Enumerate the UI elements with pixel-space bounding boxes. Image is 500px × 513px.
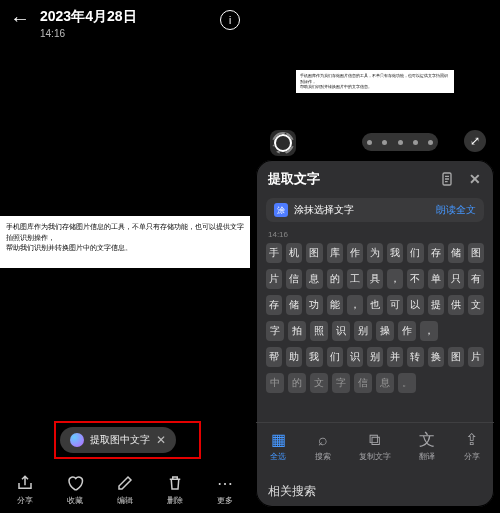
close-panel-icon[interactable]: ✕ <box>466 170 484 188</box>
more-button[interactable]: ⋯ 更多 <box>216 474 234 506</box>
char-cell[interactable]: 拍 <box>288 321 306 341</box>
tab-share[interactable]: ⇪ 分享 <box>464 432 480 462</box>
char-cell[interactable]: 提 <box>428 295 444 315</box>
char-cell[interactable]: 能 <box>327 295 343 315</box>
char-cell[interactable]: 字 <box>332 373 350 393</box>
char-row: 中的文字信息。 <box>266 373 484 393</box>
share-icon: ⇪ <box>465 432 478 448</box>
char-cell[interactable]: 们 <box>407 243 423 263</box>
char-cell[interactable]: 存 <box>428 243 444 263</box>
char-cell[interactable]: 照 <box>310 321 328 341</box>
char-cell[interactable]: 图 <box>306 243 322 263</box>
char-cell[interactable]: ， <box>420 321 438 341</box>
char-cell[interactable]: 作 <box>347 243 363 263</box>
char-cell[interactable]: 中 <box>266 373 284 393</box>
char-cell[interactable]: 不 <box>407 269 423 289</box>
lens-button[interactable] <box>270 130 296 156</box>
panel-tabbar: ▦ 全选 ⌕ 搜索 ⧉ 复制文字 文 翻译 ⇪ 分享 <box>256 422 494 471</box>
char-cell[interactable]: 片 <box>266 269 282 289</box>
char-cell[interactable]: 信 <box>354 373 372 393</box>
favorite-button[interactable]: 收藏 <box>66 474 84 506</box>
char-cell[interactable]: 息 <box>376 373 394 393</box>
char-cell[interactable]: 识 <box>347 347 363 367</box>
char-cell[interactable]: ， <box>387 269 403 289</box>
char-cell[interactable]: 识 <box>332 321 350 341</box>
char-cell[interactable]: 换 <box>428 347 444 367</box>
char-cell[interactable]: 并 <box>387 347 403 367</box>
char-cell[interactable]: 我 <box>387 243 403 263</box>
char-cell[interactable]: 也 <box>367 295 383 315</box>
expand-icon[interactable]: ⤢ <box>464 130 486 152</box>
char-cell[interactable]: 帮 <box>266 347 282 367</box>
char-cell[interactable]: 的 <box>288 373 306 393</box>
tab-copy[interactable]: ⧉ 复制文字 <box>359 432 391 462</box>
char-cell[interactable]: 文 <box>310 373 328 393</box>
smear-select-bar[interactable]: 涂 涂抹选择文字 朗读全文 <box>266 198 484 222</box>
close-icon[interactable]: ✕ <box>156 433 166 447</box>
delete-button[interactable]: 删除 <box>166 474 184 506</box>
page-dots-slider[interactable] <box>362 133 438 151</box>
char-cell[interactable]: 转 <box>407 347 423 367</box>
char-cell[interactable]: 作 <box>398 321 416 341</box>
info-icon[interactable]: i <box>220 10 240 30</box>
tab-share-label: 分享 <box>464 451 480 462</box>
char-cell[interactable]: 别 <box>367 347 383 367</box>
tab-select-all[interactable]: ▦ 全选 <box>270 432 286 462</box>
read-all-link[interactable]: 朗读全文 <box>436 203 476 217</box>
char-cell[interactable]: 别 <box>354 321 372 341</box>
char-cell[interactable]: 储 <box>448 243 464 263</box>
extract-text-label: 提取图中文字 <box>90 433 150 447</box>
char-cell[interactable]: 图 <box>468 243 484 263</box>
char-cell[interactable]: 只 <box>448 269 464 289</box>
back-icon[interactable]: ← <box>10 8 30 28</box>
char-cell[interactable]: 单 <box>428 269 444 289</box>
char-cell[interactable]: 手 <box>266 243 282 263</box>
char-cell[interactable]: 的 <box>327 269 343 289</box>
char-cell[interactable]: 息 <box>306 269 322 289</box>
share-label: 分享 <box>17 495 33 506</box>
char-cell[interactable]: 。 <box>398 373 416 393</box>
smear-badge-icon: 涂 <box>274 203 288 217</box>
char-cell[interactable]: 库 <box>327 243 343 263</box>
char-cell[interactable]: 图 <box>448 347 464 367</box>
char-cell[interactable]: 为 <box>367 243 383 263</box>
char-cell[interactable]: 信 <box>286 269 302 289</box>
char-cell[interactable]: 我 <box>306 347 322 367</box>
more-label: 更多 <box>217 495 233 506</box>
gallery-toolbar: 分享 收藏 编辑 删除 ⋯ 更多 <box>0 467 250 513</box>
document-icon[interactable] <box>438 170 456 188</box>
photo-date: 2023年4月28日 <box>40 8 137 26</box>
char-cell[interactable]: 片 <box>468 347 484 367</box>
char-cell[interactable]: 以 <box>407 295 423 315</box>
delete-label: 删除 <box>167 495 183 506</box>
char-cell[interactable]: 供 <box>448 295 464 315</box>
photo-text-line-2: 帮助我们识别并转换图片中的文字信息。 <box>6 243 244 254</box>
char-cell[interactable]: 操 <box>376 321 394 341</box>
extract-text-pill[interactable]: 提取图中文字 ✕ <box>60 427 176 453</box>
char-cell[interactable]: 有 <box>468 269 484 289</box>
mini-text-line-2: 帮助我们识别并转换图片中的文字信息。 <box>300 84 450 90</box>
related-search-label[interactable]: 相关搜索 <box>268 483 316 500</box>
tab-search[interactable]: ⌕ 搜索 <box>315 432 331 462</box>
share-button[interactable]: 分享 <box>16 474 34 506</box>
photo-text-line-1: 手机图库作为我们存储图片信息的工具，不单只有存储功能，也可以提供文字拍照识别操作… <box>6 222 244 243</box>
lens-color-icon <box>70 433 84 447</box>
char-cell[interactable]: 们 <box>327 347 343 367</box>
char-cell[interactable]: 功 <box>306 295 322 315</box>
char-cell[interactable]: 具 <box>367 269 383 289</box>
char-cell[interactable]: 机 <box>286 243 302 263</box>
char-cell[interactable]: 储 <box>286 295 302 315</box>
gallery-viewer-left: ← 2023年4月28日 14:16 i 手机图库作为我们存储图片信息的工具，不… <box>0 0 250 513</box>
char-cell[interactable]: 助 <box>286 347 302 367</box>
char-cell[interactable]: 存 <box>266 295 282 315</box>
tab-translate[interactable]: 文 翻译 <box>419 432 435 462</box>
char-cell[interactable]: 工 <box>347 269 363 289</box>
char-cell[interactable]: 文 <box>468 295 484 315</box>
char-cell[interactable]: 字 <box>266 321 284 341</box>
char-cell[interactable]: ， <box>347 295 363 315</box>
char-row: 手机图库作为我们存储图 <box>266 243 484 263</box>
tab-translate-label: 翻译 <box>419 451 435 462</box>
extract-text-screen-right: 手机图库作为我们存储图片信息的工具，不单只有存储功能，也可以提供文字拍照识别操作… <box>250 0 500 513</box>
char-cell[interactable]: 可 <box>387 295 403 315</box>
edit-button[interactable]: 编辑 <box>116 474 134 506</box>
